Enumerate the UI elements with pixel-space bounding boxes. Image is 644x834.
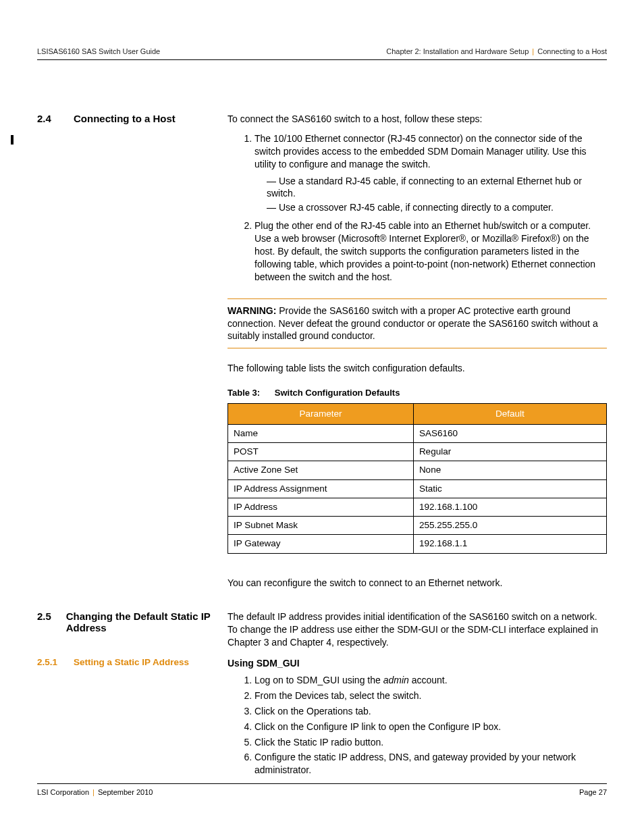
list-item: The 10/100 Ethernet connector (RJ-45 con…	[254, 132, 607, 214]
table-row: Active Zone SetNone	[228, 461, 607, 479]
table-caption: Table 3: Switch Configuration Defaults	[227, 387, 607, 399]
table-row: POSTRegular	[228, 443, 607, 461]
running-header: LSISAS6160 SAS Switch User Guide Chapter…	[37, 47, 607, 55]
sec24-list: The 10/100 Ethernet connector (RJ-45 con…	[227, 132, 607, 284]
table-row: IP Address AssignmentStatic	[228, 479, 607, 498]
list-item: Configure the static IP address, DNS, an…	[254, 751, 607, 777]
sec24-intro: To connect the SAS6160 switch to a host,…	[227, 113, 607, 126]
list-item: Click on the Configure IP link to open t…	[254, 721, 607, 733]
using-sdm-gui-heading: Using SDM_GUI	[227, 657, 607, 670]
table-row: IP Subnet Mask255.255.255.0	[228, 517, 607, 535]
footer-right: Page 27	[579, 788, 607, 796]
section-2-5-heading: 2.5 Changing the Default Static IP Addre…	[37, 610, 214, 633]
table-row: IP Address192.168.1.100	[228, 498, 607, 516]
list-item: Log on to SDM_GUI using the admin accoun…	[254, 674, 607, 687]
footer-left: LSI Corporation | September 2010	[37, 788, 153, 796]
sdm-gui-steps: Log on to SDM_GUI using the admin accoun…	[227, 674, 607, 777]
list-item: From the Devices tab, select the switch.	[254, 689, 607, 702]
post-table-text: You can reconfigure the switch to connec…	[227, 577, 607, 590]
list-item: Click on the Operations tab.	[254, 705, 607, 718]
header-rule	[37, 59, 607, 60]
table-row: NameSAS6160	[228, 425, 607, 443]
list-item: Click the Static IP radio button.	[254, 736, 607, 749]
running-footer: LSI Corporation | September 2010 Page 27	[37, 783, 607, 796]
header-right: Chapter 2: Installation and Hardware Set…	[386, 47, 607, 55]
section-2-5-1-heading: 2.5.1 Setting a Static IP Address	[37, 657, 214, 667]
list-item: Use a standard RJ-45 cable, if connectin…	[267, 175, 607, 201]
section-2-4-heading: 2.4 Connecting to a Host	[37, 113, 214, 124]
table-row: IP Gateway192.168.1.1	[228, 535, 607, 553]
col-parameter: Parameter	[228, 403, 414, 424]
after-warning-text: The following table lists the switch con…	[227, 362, 607, 375]
header-left: LSISAS6160 SAS Switch User Guide	[37, 47, 160, 55]
list-item: Plug the other end of the RJ-45 cable in…	[254, 219, 607, 283]
list-item: Use a crossover RJ-45 cable, if connecti…	[267, 201, 607, 214]
config-defaults-table: Parameter Default NameSAS6160 POSTRegula…	[227, 403, 607, 554]
warning-box: WARNING: Provide the SAS6160 switch with…	[227, 298, 607, 349]
sec25-intro: The default IP address provides initial …	[227, 610, 607, 649]
change-bar	[11, 135, 14, 145]
col-default: Default	[413, 403, 606, 424]
